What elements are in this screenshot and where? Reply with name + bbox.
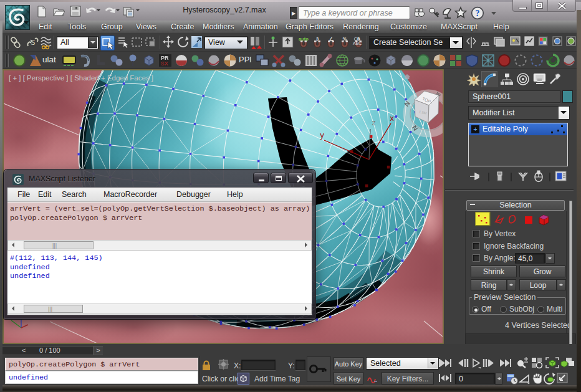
svg-text:z: z	[372, 119, 376, 128]
svg-text:∠: ∠	[329, 37, 334, 42]
svg-text:[ + ] [ Perspective ] [ Shaded: [ + ] [ Perspective ] [ Shaded + Edged F…	[9, 74, 153, 82]
svg-text:y: y	[320, 131, 324, 140]
svg-text:?: ?	[476, 9, 480, 18]
svg-text:auto: auto	[299, 37, 309, 42]
svg-text:S: S	[31, 39, 35, 46]
svg-text:3: 3	[316, 37, 319, 42]
svg-text:x: x	[390, 115, 394, 123]
svg-text:SX: SX	[161, 60, 168, 67]
svg-text:%: %	[343, 37, 347, 42]
